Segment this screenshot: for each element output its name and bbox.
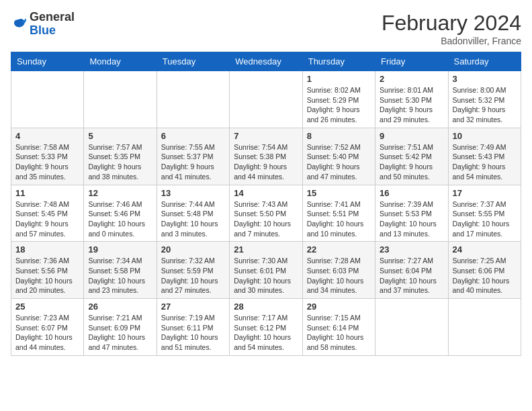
day-info: Sunrise: 7:41 AM Sunset: 5:51 PM Dayligh… bbox=[307, 199, 371, 239]
location: Badonviller, France bbox=[382, 36, 521, 46]
day-number: 17 bbox=[453, 188, 517, 198]
day-of-week-header: Thursday bbox=[302, 52, 375, 71]
calendar-week-row: 11Sunrise: 7:48 AM Sunset: 5:45 PM Dayli… bbox=[11, 185, 521, 242]
calendar-cell: 20Sunrise: 7:32 AM Sunset: 5:59 PM Dayli… bbox=[157, 242, 229, 299]
day-number: 28 bbox=[234, 302, 298, 312]
calendar-cell: 24Sunrise: 7:25 AM Sunset: 6:06 PM Dayli… bbox=[448, 242, 521, 299]
day-number: 4 bbox=[15, 131, 79, 141]
calendar-cell bbox=[448, 299, 521, 356]
calendar-cell: 16Sunrise: 7:39 AM Sunset: 5:53 PM Dayli… bbox=[375, 185, 448, 242]
day-number: 11 bbox=[15, 188, 79, 198]
day-info: Sunrise: 7:37 AM Sunset: 5:55 PM Dayligh… bbox=[453, 199, 517, 239]
logo-text: General Blue bbox=[30, 11, 75, 38]
day-number: 9 bbox=[380, 131, 443, 141]
calendar-cell: 3Sunrise: 8:00 AM Sunset: 5:32 PM Daylig… bbox=[448, 71, 521, 128]
calendar-cell: 8Sunrise: 7:52 AM Sunset: 5:40 PM Daylig… bbox=[302, 128, 375, 185]
day-number: 27 bbox=[161, 302, 225, 312]
day-of-week-header: Saturday bbox=[448, 52, 521, 71]
day-info: Sunrise: 7:34 AM Sunset: 5:58 PM Dayligh… bbox=[88, 256, 152, 295]
day-info: Sunrise: 7:19 AM Sunset: 6:11 PM Dayligh… bbox=[161, 313, 225, 353]
day-info: Sunrise: 7:48 AM Sunset: 5:45 PM Dayligh… bbox=[15, 199, 79, 239]
calendar-cell: 21Sunrise: 7:30 AM Sunset: 6:01 PM Dayli… bbox=[230, 242, 302, 299]
day-number: 5 bbox=[88, 131, 152, 141]
day-info: Sunrise: 7:44 AM Sunset: 5:48 PM Dayligh… bbox=[161, 199, 225, 239]
calendar-cell: 26Sunrise: 7:21 AM Sunset: 6:09 PM Dayli… bbox=[84, 299, 157, 356]
day-number: 13 bbox=[161, 188, 225, 198]
day-info: Sunrise: 7:54 AM Sunset: 5:38 PM Dayligh… bbox=[234, 142, 298, 182]
calendar-cell: 6Sunrise: 7:55 AM Sunset: 5:37 PM Daylig… bbox=[157, 128, 229, 185]
day-info: Sunrise: 7:58 AM Sunset: 5:33 PM Dayligh… bbox=[15, 142, 79, 182]
calendar-cell: 22Sunrise: 7:28 AM Sunset: 6:03 PM Dayli… bbox=[302, 242, 375, 299]
day-number: 23 bbox=[380, 244, 443, 255]
day-info: Sunrise: 8:01 AM Sunset: 5:30 PM Dayligh… bbox=[380, 85, 443, 125]
day-number: 6 bbox=[161, 131, 225, 141]
day-number: 25 bbox=[15, 302, 79, 312]
day-info: Sunrise: 7:49 AM Sunset: 5:43 PM Dayligh… bbox=[453, 142, 517, 182]
calendar-header-row: SundayMondayTuesdayWednesdayThursdayFrid… bbox=[11, 52, 521, 71]
day-number: 8 bbox=[307, 131, 371, 141]
calendar-cell bbox=[157, 71, 229, 128]
calendar-cell bbox=[230, 71, 302, 128]
day-number: 2 bbox=[380, 74, 443, 84]
calendar-cell: 18Sunrise: 7:36 AM Sunset: 5:56 PM Dayli… bbox=[11, 242, 84, 299]
day-number: 16 bbox=[380, 188, 443, 198]
day-info: Sunrise: 7:36 AM Sunset: 5:56 PM Dayligh… bbox=[15, 256, 79, 295]
day-of-week-header: Wednesday bbox=[230, 52, 302, 71]
day-number: 12 bbox=[88, 188, 152, 198]
calendar-cell: 13Sunrise: 7:44 AM Sunset: 5:48 PM Dayli… bbox=[157, 185, 229, 242]
day-info: Sunrise: 7:21 AM Sunset: 6:09 PM Dayligh… bbox=[88, 313, 152, 353]
day-of-week-header: Tuesday bbox=[157, 52, 229, 71]
day-number: 22 bbox=[307, 244, 371, 255]
calendar-cell: 25Sunrise: 7:23 AM Sunset: 6:07 PM Dayli… bbox=[11, 299, 84, 356]
calendar-cell: 12Sunrise: 7:46 AM Sunset: 5:46 PM Dayli… bbox=[84, 185, 157, 242]
logo: General Blue bbox=[11, 11, 75, 38]
day-info: Sunrise: 7:55 AM Sunset: 5:37 PM Dayligh… bbox=[161, 142, 225, 182]
day-info: Sunrise: 8:00 AM Sunset: 5:32 PM Dayligh… bbox=[453, 85, 517, 125]
calendar-cell bbox=[84, 71, 157, 128]
day-number: 29 bbox=[307, 302, 371, 312]
day-info: Sunrise: 7:52 AM Sunset: 5:40 PM Dayligh… bbox=[307, 142, 371, 182]
calendar-week-row: 25Sunrise: 7:23 AM Sunset: 6:07 PM Dayli… bbox=[11, 299, 521, 356]
day-number: 24 bbox=[453, 244, 517, 255]
month-title: February 2024 bbox=[382, 11, 521, 36]
day-of-week-header: Monday bbox=[84, 52, 157, 71]
day-info: Sunrise: 7:39 AM Sunset: 5:53 PM Dayligh… bbox=[380, 199, 443, 239]
day-number: 20 bbox=[161, 244, 225, 255]
day-number: 26 bbox=[88, 302, 152, 312]
day-number: 19 bbox=[88, 244, 152, 255]
day-info: Sunrise: 7:23 AM Sunset: 6:07 PM Dayligh… bbox=[15, 313, 79, 353]
day-number: 14 bbox=[234, 188, 298, 198]
day-info: Sunrise: 7:57 AM Sunset: 5:35 PM Dayligh… bbox=[88, 142, 152, 182]
day-info: Sunrise: 7:27 AM Sunset: 6:04 PM Dayligh… bbox=[380, 256, 443, 295]
day-of-week-header: Sunday bbox=[11, 52, 84, 71]
calendar-cell: 2Sunrise: 8:01 AM Sunset: 5:30 PM Daylig… bbox=[375, 71, 448, 128]
calendar-cell bbox=[11, 71, 84, 128]
calendar-week-row: 4Sunrise: 7:58 AM Sunset: 5:33 PM Daylig… bbox=[11, 128, 521, 185]
calendar-cell: 4Sunrise: 7:58 AM Sunset: 5:33 PM Daylig… bbox=[11, 128, 84, 185]
logo-bird-icon bbox=[11, 16, 27, 32]
day-info: Sunrise: 7:25 AM Sunset: 6:06 PM Dayligh… bbox=[453, 256, 517, 295]
calendar-cell: 10Sunrise: 7:49 AM Sunset: 5:43 PM Dayli… bbox=[448, 128, 521, 185]
title-section: February 2024 Badonviller, France bbox=[382, 11, 521, 46]
calendar-cell bbox=[375, 299, 448, 356]
day-number: 10 bbox=[453, 131, 517, 141]
calendar-week-row: 1Sunrise: 8:02 AM Sunset: 5:29 PM Daylig… bbox=[11, 71, 521, 128]
calendar-cell: 11Sunrise: 7:48 AM Sunset: 5:45 PM Dayli… bbox=[11, 185, 84, 242]
day-info: Sunrise: 7:46 AM Sunset: 5:46 PM Dayligh… bbox=[88, 199, 152, 239]
calendar-table: SundayMondayTuesdayWednesdayThursdayFrid… bbox=[11, 52, 521, 356]
day-info: Sunrise: 7:43 AM Sunset: 5:50 PM Dayligh… bbox=[234, 199, 298, 239]
calendar-cell: 15Sunrise: 7:41 AM Sunset: 5:51 PM Dayli… bbox=[302, 185, 375, 242]
calendar-cell: 28Sunrise: 7:17 AM Sunset: 6:12 PM Dayli… bbox=[230, 299, 302, 356]
calendar-cell: 19Sunrise: 7:34 AM Sunset: 5:58 PM Dayli… bbox=[84, 242, 157, 299]
calendar-cell: 14Sunrise: 7:43 AM Sunset: 5:50 PM Dayli… bbox=[230, 185, 302, 242]
day-of-week-header: Friday bbox=[375, 52, 448, 71]
calendar-cell: 7Sunrise: 7:54 AM Sunset: 5:38 PM Daylig… bbox=[230, 128, 302, 185]
calendar-cell: 29Sunrise: 7:15 AM Sunset: 6:14 PM Dayli… bbox=[302, 299, 375, 356]
calendar-cell: 1Sunrise: 8:02 AM Sunset: 5:29 PM Daylig… bbox=[302, 71, 375, 128]
calendar-cell: 27Sunrise: 7:19 AM Sunset: 6:11 PM Dayli… bbox=[157, 299, 229, 356]
calendar-cell: 17Sunrise: 7:37 AM Sunset: 5:55 PM Dayli… bbox=[448, 185, 521, 242]
day-number: 21 bbox=[234, 244, 298, 255]
page-header: General Blue February 2024 Badonviller, … bbox=[11, 11, 521, 46]
day-number: 7 bbox=[234, 131, 298, 141]
calendar-cell: 5Sunrise: 7:57 AM Sunset: 5:35 PM Daylig… bbox=[84, 128, 157, 185]
